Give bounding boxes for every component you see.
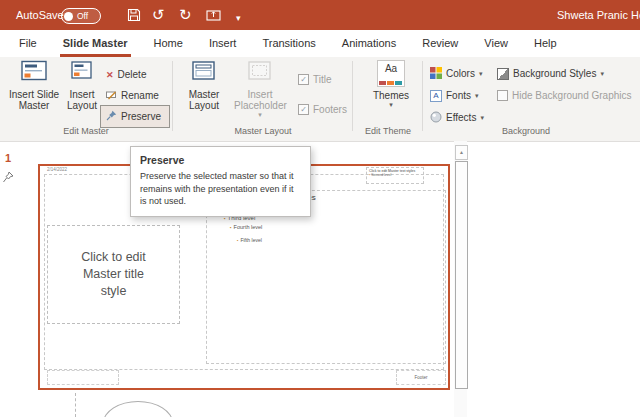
themes-label: Themes <box>373 90 409 101</box>
footer-text: Footer <box>414 375 427 380</box>
autosave-toggle[interactable]: Off <box>61 8 101 24</box>
next-slide-shape[interactable] <box>103 401 173 417</box>
rename-icon <box>106 89 117 102</box>
fonts-icon: A <box>430 90 442 102</box>
ribbon-tab-bar: File Slide Master Home Insert Transition… <box>0 30 640 57</box>
themes-icon: Aa <box>377 60 405 87</box>
group-separator <box>352 61 353 131</box>
fonts-dropdown-icon: ▾ <box>475 92 479 100</box>
rename-label: Rename <box>121 90 159 101</box>
tab-help[interactable]: Help <box>521 30 570 57</box>
preserve-button[interactable]: Preserve <box>106 108 161 125</box>
title-bar: AutoSave Off ↺ ↻ ▾ Shweta Pranic Heali <box>0 0 640 30</box>
autosave-label: AutoSave <box>16 9 64 21</box>
title-checkbox-label: Title <box>313 74 332 85</box>
bullet-label: Fifth level <box>240 237 261 243</box>
background-styles-button[interactable]: Background Styles ▾ <box>497 65 604 82</box>
mini-text-line: ▪ Second level <box>369 173 421 177</box>
footers-checkbox-icon: ✓ <box>298 104 309 115</box>
bullet-icon: ▪ <box>237 238 238 243</box>
footers-checkbox-label: Footers <box>313 104 347 115</box>
footer-placeholder[interactable]: Footer <box>396 370 446 385</box>
insert-layout-button[interactable]: Insert Layout <box>61 60 103 111</box>
tab-animations[interactable]: Animations <box>329 30 409 57</box>
group-label-edit-theme: Edit Theme <box>356 126 420 136</box>
background-styles-label: Background Styles <box>513 68 596 79</box>
fonts-label: Fonts <box>446 90 471 101</box>
footers-checkbox[interactable]: ✓ Footers <box>298 101 347 118</box>
background-styles-dropdown-icon: ▾ <box>600 70 604 78</box>
tooltip-body: Preserve the selected master so that it … <box>140 170 301 208</box>
fonts-button[interactable]: A Fonts ▾ <box>430 87 479 104</box>
bullet-line: ▪Fourth level <box>230 224 262 230</box>
hide-background-graphics-checkbox-icon <box>497 90 508 101</box>
group-separator <box>172 61 173 131</box>
delete-icon: ✕ <box>106 70 114 80</box>
autosave-state: Off <box>77 11 88 21</box>
date-footer-placeholder[interactable] <box>47 370 119 385</box>
preserve-tooltip: Preserve Preserve the selected master so… <box>130 146 311 217</box>
account-name[interactable]: Shweta Pranic Heali <box>557 9 640 21</box>
slide-thumbnail-number[interactable]: 1 <box>5 152 11 164</box>
effects-dropdown-icon: ▾ <box>480 114 484 122</box>
master-title-placeholder[interactable]: Click to edit Master title style <box>47 225 180 324</box>
title-checkbox[interactable]: ✓ Title <box>298 71 332 88</box>
slideshow-icon[interactable] <box>206 8 222 26</box>
undo-icon[interactable]: ↺ <box>152 4 165 26</box>
effects-button[interactable]: Effects ▾ <box>430 109 484 126</box>
colors-dropdown-icon: ▾ <box>479 70 483 78</box>
tab-slide-master[interactable]: Slide Master <box>50 30 141 57</box>
insert-placeholder-button[interactable]: Insert Placeholder ▾ <box>232 60 288 119</box>
tab-insert[interactable]: Insert <box>196 30 250 57</box>
preserve-icon <box>106 110 117 123</box>
scrollbar-thumb[interactable] <box>455 161 468 389</box>
colors-icon <box>430 67 442 81</box>
preserve-label: Preserve <box>121 111 161 122</box>
scroll-up-button[interactable]: ▲ <box>455 145 468 160</box>
powerpoint-window: AutoSave Off ↺ ↻ ▾ Shweta Pranic Heali F… <box>0 0 640 417</box>
hide-background-graphics-checkbox[interactable]: Hide Background Graphics <box>497 87 638 104</box>
theme-color-swatch <box>387 81 394 85</box>
mini-text-placeholder[interactable]: Click to edit Master text styles ▪ Secon… <box>366 167 424 184</box>
save-icon[interactable] <box>127 8 141 26</box>
bullet-label: Fourth level <box>234 224 263 230</box>
delete-button[interactable]: ✕ Delete <box>106 66 146 83</box>
insert-layout-icon <box>71 60 93 86</box>
insert-slide-master-icon <box>21 60 47 86</box>
next-slide-placeholder-edge <box>75 393 76 417</box>
theme-color-swatch <box>379 81 386 85</box>
insert-layout-label: Insert Layout <box>62 89 102 111</box>
master-layout-label: Master Layout <box>182 89 226 111</box>
group-label-master-layout: Master Layout <box>176 126 350 136</box>
mini-text-line-label: Second level <box>371 173 391 177</box>
delete-label: Delete <box>118 69 147 80</box>
tab-view[interactable]: View <box>471 30 521 57</box>
insert-placeholder-icon <box>248 60 272 86</box>
tab-home[interactable]: Home <box>141 30 196 57</box>
hide-background-graphics-label: Hide Background Graphics <box>512 90 632 101</box>
group-label-background: Background <box>426 126 626 136</box>
customize-toolbar-icon[interactable]: ▾ <box>236 7 241 29</box>
tab-transitions[interactable]: Transitions <box>249 30 328 57</box>
background-styles-icon <box>497 68 509 80</box>
themes-dropdown-icon: ▾ <box>389 101 393 109</box>
redo-icon[interactable]: ↻ <box>179 4 192 26</box>
themes-button[interactable]: Aa Themes ▾ <box>362 60 420 109</box>
colors-label: Colors <box>446 68 475 79</box>
tab-review[interactable]: Review <box>409 30 471 57</box>
themes-icon-text: Aa <box>378 63 404 74</box>
title-checkbox-icon: ✓ <box>298 74 309 85</box>
toggle-knob-icon <box>64 12 73 21</box>
bullet-icon: ▪ <box>230 225 232 230</box>
tab-file[interactable]: File <box>6 30 50 57</box>
effects-icon <box>430 111 442 125</box>
rename-button[interactable]: Rename <box>106 87 159 104</box>
date-placeholder[interactable]: 2/14/2022 <box>47 167 67 172</box>
insert-slide-master-button[interactable]: Insert Slide Master <box>6 60 62 111</box>
colors-button[interactable]: Colors ▾ <box>430 65 482 82</box>
pin-icon[interactable] <box>2 170 14 188</box>
master-layout-button[interactable]: Master Layout <box>180 60 228 111</box>
insert-placeholder-dropdown-icon: ▾ <box>258 111 262 119</box>
tooltip-title: Preserve <box>140 154 301 166</box>
group-label-edit-master: Edit Master <box>6 126 166 136</box>
